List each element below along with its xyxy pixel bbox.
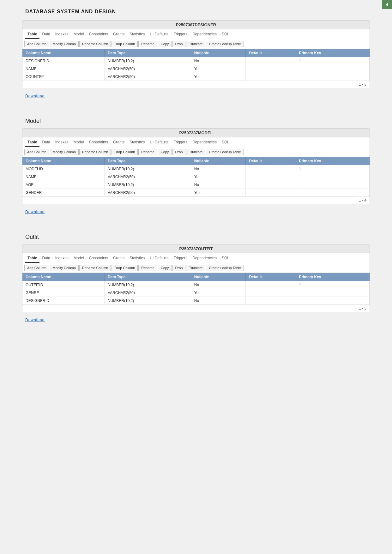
tab-designer-triggers[interactable]: Triggers <box>171 31 190 39</box>
tab-designer-dependencies[interactable]: Dependencies <box>190 31 219 39</box>
section-label-outfit: Outfit <box>25 234 392 240</box>
tab-outfit-model[interactable]: Model <box>71 255 87 263</box>
page-corner: 4 <box>382 0 392 9</box>
btn-designer-modify-column[interactable]: Modify Column <box>50 41 79 47</box>
btn-outfit-drop-column[interactable]: Drop Column <box>112 265 138 271</box>
tab-model-grants[interactable]: Grants <box>111 139 127 147</box>
btn-designer-rename-column[interactable]: Rename Column <box>79 41 111 47</box>
btn-outfit-truncate[interactable]: Truncate <box>186 265 205 271</box>
table-row: DESIGNERIDNUMBER(10,2)No-1 <box>22 57 370 65</box>
btn-outfit-rename[interactable]: Rename <box>138 265 157 271</box>
cell-2-2: No <box>191 181 246 189</box>
tab-model-ui-defaults[interactable]: UI Defaults <box>147 139 171 147</box>
btn-model-add-column[interactable]: Add Column <box>24 149 49 155</box>
section-label-model: Model <box>25 118 392 124</box>
tab-outfit-data[interactable]: Data <box>39 255 52 263</box>
cell-1-2: Yes <box>191 289 246 297</box>
tab-model-data[interactable]: Data <box>39 139 52 147</box>
tab-designer-indexes[interactable]: Indexes <box>53 31 71 39</box>
btn-designer-copy[interactable]: Copy <box>158 41 172 47</box>
tab-model-triggers[interactable]: Triggers <box>171 139 190 147</box>
tab-outfit-statistics[interactable]: Statistics <box>127 255 147 263</box>
col-header-column-name: Column Name <box>22 273 104 281</box>
cell-1-0: NAME <box>22 65 104 73</box>
download-link-designer[interactable]: Download <box>25 94 45 98</box>
tab-outfit-table[interactable]: Table <box>25 255 39 263</box>
download-link-outfit[interactable]: Download <box>25 318 45 322</box>
btn-designer-rename[interactable]: Rename <box>138 41 157 47</box>
btn-designer-truncate[interactable]: Truncate <box>186 41 205 47</box>
tab-model-table[interactable]: Table <box>25 139 39 147</box>
tab-model-model[interactable]: Model <box>71 139 87 147</box>
cell-2-0: AGE <box>22 181 104 189</box>
cell-1-4: - <box>296 65 370 73</box>
tab-designer-data[interactable]: Data <box>39 31 52 39</box>
cell-1-1: VARCHAR2(50) <box>104 173 191 181</box>
action-bar-model: Add ColumnModify ColumnRename ColumnDrop… <box>22 147 370 157</box>
btn-designer-add-column[interactable]: Add Column <box>24 41 49 47</box>
cell-0-0: OUTFITID <box>22 281 104 289</box>
tab-outfit-constraints[interactable]: Constraints <box>87 255 111 263</box>
btn-model-rename-column[interactable]: Rename Column <box>79 149 111 155</box>
tab-outfit-ui-defaults[interactable]: UI Defaults <box>147 255 171 263</box>
cell-1-4: - <box>296 289 370 297</box>
table-row: MODELIDNUMBER(10,2)No-1 <box>22 165 370 173</box>
btn-model-create-lookup-table[interactable]: Create Lookup Table <box>206 149 244 155</box>
col-header-default: Default <box>246 49 296 57</box>
data-table-designer: Column NameData TypeNullableDefaultPrima… <box>22 49 370 81</box>
tab-outfit-triggers[interactable]: Triggers <box>171 255 190 263</box>
tab-designer-sql[interactable]: SQL <box>219 31 232 39</box>
cell-3-4: - <box>296 189 370 197</box>
btn-designer-drop-column[interactable]: Drop Column <box>112 41 138 47</box>
btn-outfit-create-lookup-table[interactable]: Create Lookup Table <box>206 265 244 271</box>
btn-model-rename[interactable]: Rename <box>138 149 157 155</box>
tab-designer-grants[interactable]: Grants <box>111 31 127 39</box>
btn-outfit-drop[interactable]: Drop <box>172 265 186 271</box>
btn-outfit-copy[interactable]: Copy <box>158 265 172 271</box>
tab-outfit-indexes[interactable]: Indexes <box>53 255 71 263</box>
tab-designer-ui-defaults[interactable]: UI Defaults <box>147 31 171 39</box>
btn-model-copy[interactable]: Copy <box>158 149 172 155</box>
tab-model-dependencies[interactable]: Dependencies <box>190 139 219 147</box>
cell-2-1: NUMBER(10,2) <box>104 297 191 305</box>
tab-model-sql[interactable]: SQL <box>219 139 232 147</box>
btn-outfit-rename-column[interactable]: Rename Column <box>79 265 111 271</box>
tab-designer-table[interactable]: Table <box>25 31 39 39</box>
btn-model-modify-column[interactable]: Modify Column <box>50 149 79 155</box>
btn-designer-drop[interactable]: Drop <box>172 41 186 47</box>
tab-bar-model: TableDataIndexesModelConstraintsGrantsSt… <box>22 137 370 147</box>
tab-designer-constraints[interactable]: Constraints <box>87 31 111 39</box>
table-title-outfit: P2507387OUTFIT <box>22 244 370 253</box>
cell-1-0: NAME <box>22 173 104 181</box>
tab-designer-statistics[interactable]: Statistics <box>127 31 147 39</box>
tab-model-indexes[interactable]: Indexes <box>53 139 71 147</box>
tab-model-constraints[interactable]: Constraints <box>87 139 111 147</box>
cell-2-1: VARCHAR2(50) <box>104 73 191 81</box>
col-header-column-name: Column Name <box>22 157 104 165</box>
tab-outfit-sql[interactable]: SQL <box>219 255 232 263</box>
tab-model-statistics[interactable]: Statistics <box>127 139 147 147</box>
cell-3-1: VARCHAR2(50) <box>104 189 191 197</box>
table-row: COUNTRYVARCHAR2(50)Yes-- <box>22 73 370 81</box>
table-title-model: P2507387MODEL <box>22 129 370 137</box>
tab-outfit-grants[interactable]: Grants <box>111 255 127 263</box>
cell-2-0: DESIGNERID <box>22 297 104 305</box>
btn-designer-create-lookup-table[interactable]: Create Lookup Table <box>206 41 244 47</box>
cell-2-2: No <box>191 297 246 305</box>
tab-outfit-dependencies[interactable]: Dependencies <box>190 255 219 263</box>
cell-1-3: - <box>246 289 296 297</box>
action-bar-outfit: Add ColumnModify ColumnRename ColumnDrop… <box>22 263 370 273</box>
tab-designer-model[interactable]: Model <box>71 31 87 39</box>
btn-outfit-add-column[interactable]: Add Column <box>24 265 49 271</box>
cell-0-1: NUMBER(10,2) <box>104 165 191 173</box>
data-table-outfit: Column NameData TypeNullableDefaultPrima… <box>22 273 370 305</box>
cell-0-0: MODELID <box>22 165 104 173</box>
btn-model-drop-column[interactable]: Drop Column <box>112 149 138 155</box>
btn-model-truncate[interactable]: Truncate <box>186 149 205 155</box>
btn-outfit-modify-column[interactable]: Modify Column <box>50 265 79 271</box>
cell-1-1: VARCHAR2(50) <box>104 65 191 73</box>
col-header-primary-key: Primary Key <box>296 157 370 165</box>
btn-model-drop[interactable]: Drop <box>172 149 186 155</box>
download-link-model[interactable]: Download <box>25 210 45 214</box>
table-row: GENDERVARCHAR2(50)Yes-- <box>22 189 370 197</box>
